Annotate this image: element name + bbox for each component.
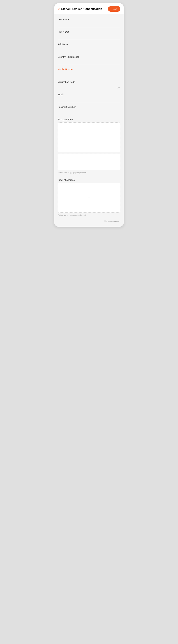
add-photo-icon-large: + [88,135,90,140]
verification-code-wrapper: Get [58,84,120,90]
first-name-field: First Name [54,28,124,40]
email-input[interactable] [58,97,120,102]
passport-photo-upload-large[interactable]: + [58,122,120,152]
last-name-wrapper [58,22,120,28]
watermark: © Product Features [54,218,124,225]
first-name-input[interactable] [58,34,120,40]
header-left: × Signal Provider Authentication [58,8,102,11]
email-field: Email [54,91,124,103]
country-region-input[interactable] [58,59,120,65]
mobile-number-label: Mobile Number [58,68,120,71]
passport-number-input[interactable] [58,109,120,115]
first-name-label: First Name [58,30,120,33]
last-name-input[interactable] [58,22,120,27]
country-region-field: Country/Region code [54,53,124,66]
passport-photo-upload-small[interactable] [58,154,120,170]
passport-number-wrapper [58,109,120,116]
passport-number-label: Passport Number [58,106,120,108]
next-button[interactable]: Next [108,6,120,12]
verification-code-field: Verification Code Get [54,78,124,90]
proof-of-address-section: Proof of address + Picture format: jpg/j… [54,176,124,218]
passport-photo-section: Passport Photo + Picture format: jpg/jpe… [54,116,124,176]
proof-upload-box[interactable]: + [58,183,120,212]
full-name-field: Full Name [54,41,124,53]
last-name-field: Last Name [54,16,124,28]
phone-container: × Signal Provider Authentication Next La… [54,3,124,227]
passport-photo-label: Passport Photo [58,118,120,121]
full-name-input[interactable] [58,47,120,52]
verification-code-input[interactable] [58,84,120,90]
watermark-icon: © [104,220,106,222]
country-region-wrapper [58,59,120,66]
add-proof-icon: + [88,196,90,200]
passport-number-field: Passport Number [54,104,124,116]
get-code-button[interactable]: Get [117,86,120,89]
email-wrapper [58,97,120,103]
verification-code-label: Verification Code [58,81,120,83]
full-name-wrapper [58,47,120,53]
last-name-label: Last Name [58,18,120,21]
watermark-text: Product Features [107,220,120,222]
mobile-number-wrapper [58,72,120,78]
form-content: Last Name First Name Full Name Country/R… [54,14,124,227]
first-name-wrapper [58,34,120,40]
mobile-number-field: Mobile Number [54,66,124,78]
country-region-label: Country/Region code [58,56,120,58]
page-title: Signal Provider Authentication [61,8,102,11]
header: × Signal Provider Authentication Next [54,3,124,14]
passport-photo-format-hint: Picture format: jpg/jpeg/png/bmp/tiff [58,172,120,176]
proof-format-hint: Picture format: jpg/jpeg/png/bmp/tiff [58,214,120,218]
mobile-number-input[interactable] [58,72,120,78]
proof-of-address-label: Proof of address [58,179,120,181]
email-label: Email [58,93,120,96]
close-icon[interactable]: × [58,8,60,11]
full-name-label: Full Name [58,43,120,46]
